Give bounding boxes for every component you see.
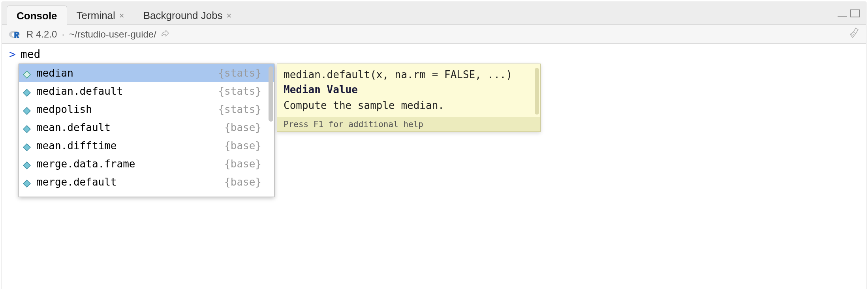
svg-marker-4: [23, 71, 30, 78]
help-tooltip: median.default(x, na.rm = FALSE, ...) Me…: [277, 64, 541, 132]
tab-console[interactable]: Console: [7, 6, 67, 26]
r-logo-icon: [8, 29, 22, 39]
scrollbar-thumb[interactable]: [535, 68, 539, 114]
close-icon[interactable]: ×: [119, 11, 124, 21]
r-version-text: R 4.2.0: [26, 29, 57, 40]
autocomplete-item[interactable]: mean.default {base}: [19, 118, 274, 137]
console-input-text[interactable]: med: [21, 48, 41, 61]
tab-label: Console: [17, 10, 57, 22]
tab-background-jobs[interactable]: Background Jobs ×: [134, 6, 241, 26]
autocomplete-item[interactable]: median {stats}: [19, 64, 274, 82]
autocomplete-item[interactable]: merge.default {base}: [19, 173, 274, 191]
console-prompt-line: > med: [9, 48, 859, 61]
function-icon: [23, 178, 31, 186]
autocomplete-item-name: merge.default: [36, 176, 224, 188]
autocomplete-popup: median {stats} median.default {stats} me…: [19, 64, 541, 197]
tab-label: Terminal: [77, 9, 115, 22]
autocomplete-item-package: {stats}: [218, 85, 269, 97]
tooltip-title: Median Value: [284, 84, 534, 96]
autocomplete-item-package: {base}: [224, 122, 269, 133]
svg-marker-6: [23, 107, 30, 114]
autocomplete-item-name: mean.default: [36, 122, 224, 133]
function-icon: [23, 87, 31, 95]
function-icon: [23, 160, 31, 168]
autocomplete-item-name: median.default: [36, 85, 218, 97]
svg-marker-10: [23, 180, 30, 187]
console-body[interactable]: > med median {stats} median.default {st: [2, 44, 866, 289]
autocomplete-item-name: merge.data.frame: [36, 158, 224, 170]
autocomplete-item-name: median: [36, 67, 218, 79]
scrollbar-thumb[interactable]: [269, 66, 273, 122]
autocomplete-item-package: {stats}: [218, 67, 269, 79]
function-icon: [23, 142, 31, 150]
autocomplete-item-package: {stats}: [218, 103, 269, 115]
clear-console-icon[interactable]: [849, 27, 860, 41]
autocomplete-item-package: {base}: [224, 158, 269, 170]
function-icon: [23, 69, 31, 77]
console-info-bar: R 4.2.0 · ~/rstudio-user-guide/: [2, 25, 866, 44]
function-icon: [23, 105, 31, 113]
maximize-icon[interactable]: [850, 9, 860, 17]
window-controls: [838, 9, 866, 17]
tooltip-content: median.default(x, na.rm = FALSE, ...) Me…: [277, 64, 540, 117]
tab-terminal[interactable]: Terminal ×: [67, 6, 134, 26]
goto-directory-icon[interactable]: [161, 29, 169, 39]
close-icon[interactable]: ×: [227, 11, 232, 21]
svg-marker-8: [23, 144, 30, 151]
autocomplete-item-package: {base}: [224, 176, 269, 188]
autocomplete-item-name: medpolish: [36, 103, 218, 115]
tab-label: Background Jobs: [143, 9, 223, 22]
prompt-char: >: [9, 48, 16, 61]
working-directory-path[interactable]: ~/rstudio-user-guide/: [69, 29, 156, 40]
svg-marker-5: [23, 89, 30, 96]
autocomplete-item[interactable]: median.default {stats}: [19, 82, 274, 100]
console-pane: Console Terminal × Background Jobs × R 4…: [2, 2, 866, 289]
svg-marker-9: [23, 162, 30, 169]
autocomplete-item[interactable]: medpolish {stats}: [19, 100, 274, 118]
tooltip-footer: Press F1 for additional help: [277, 117, 540, 131]
autocomplete-item-name: mean.difftime: [36, 140, 224, 152]
tooltip-description: Compute the sample median.: [284, 99, 534, 111]
function-icon: [23, 124, 31, 131]
autocomplete-item[interactable]: merge.data.frame {base}: [19, 155, 274, 173]
autocomplete-item[interactable]: mean.difftime {base}: [19, 137, 274, 155]
tooltip-signature: median.default(x, na.rm = FALSE, ...): [284, 69, 534, 81]
tab-bar: Console Terminal × Background Jobs ×: [2, 2, 866, 25]
autocomplete-item-package: {base}: [224, 140, 269, 152]
minimize-icon[interactable]: [838, 16, 847, 17]
svg-marker-7: [23, 126, 30, 133]
separator-dot: ·: [62, 29, 64, 40]
autocomplete-list[interactable]: median {stats} median.default {stats} me…: [19, 64, 274, 197]
